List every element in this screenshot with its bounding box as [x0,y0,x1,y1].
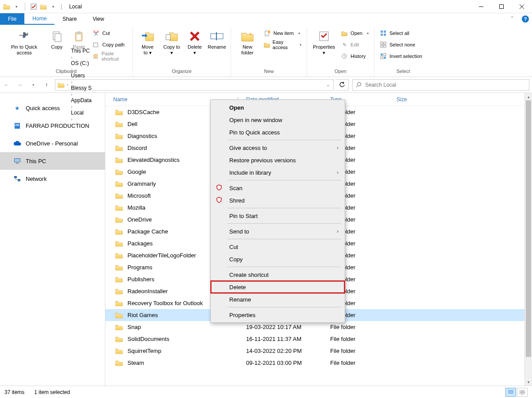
recent-button[interactable]: ▾ [27,78,40,92]
search-icon [355,82,362,88]
sidebar-item-farrad[interactable]: FARRAD PRODUCTION [0,117,105,134]
svg-rect-25 [381,42,383,44]
folder-icon [115,300,123,307]
checkbox-icon[interactable] [30,3,38,11]
context-menu-pin-start[interactable]: Pin to Start [211,210,345,222]
context-menu-give-access[interactable]: Give access to› [211,142,345,154]
properties-button[interactable]: Properties▾ [310,27,338,57]
context-menu-include[interactable]: Include in library› [211,166,345,179]
easy-access-button[interactable]: Easy access ▾ [264,40,301,50]
new-item-button[interactable]: New item ▾ [264,28,301,38]
maximize-button[interactable] [491,0,512,13]
column-header-size[interactable]: Size [393,96,437,103]
search-box[interactable] [352,79,529,91]
context-menu-open[interactable]: Open [211,101,345,114]
context-menu-shred[interactable]: Shred [211,194,345,207]
file-type: File folder [327,348,393,354]
sidebar-item-onedrive[interactable]: OneDrive - Personal [0,134,105,152]
rename-button[interactable]: Rename [206,27,228,52]
search-input[interactable] [365,82,526,88]
file-row[interactable]: SquirrelTemp14-03-2022 02:20 PMFile fold… [105,345,532,357]
copy-to-button[interactable]: Copy to ▾ [160,27,184,57]
status-bar: 37 items 1 item selected [0,386,532,398]
context-menu-create-shortcut[interactable]: Create shortcut [211,268,345,281]
svg-rect-26 [384,42,386,44]
file-name: Steam [127,360,144,366]
context-menu-open-new-window[interactable]: Open in new window [211,114,345,126]
qat-dropdown-2-icon[interactable]: ▾ [49,3,57,11]
close-button[interactable] [512,0,532,13]
svg-rect-21 [381,31,383,33]
select-all-button[interactable]: Select all [380,28,422,38]
history-button[interactable]: History [341,51,369,61]
pin-to-quick-access-button[interactable]: Pin to Quick access [3,27,46,57]
file-row[interactable]: SolidDocuments16-11-2021 11:37 AMFile fo… [105,333,532,345]
paste-button[interactable]: Paste [68,27,90,52]
scroll-up-icon[interactable]: ▴ [525,93,532,100]
new-folder-button[interactable]: New folder [234,27,261,57]
file-name: SolidDocuments [127,336,170,342]
context-menu-send-to[interactable]: Send to› [211,225,345,237]
move-to-button[interactable]: Move to ▾ [135,27,160,57]
cut-button[interactable]: ✂️Cut [93,28,127,38]
invert-selection-button[interactable]: Invert selection [380,51,422,61]
chevron-right-icon[interactable]: › [70,67,73,72]
context-menu-copy[interactable]: Copy [211,253,345,265]
scrollbar-thumb[interactable] [526,100,531,357]
context-menu-restore[interactable]: Restore previous versions [211,154,345,166]
select-none-button[interactable]: Select none [380,40,422,50]
vertical-scrollbar[interactable]: ▴ ▾ [524,93,532,386]
context-menu-pin-quick[interactable]: Pin to Quick access [211,126,345,138]
breadcrumb-item[interactable]: Users [70,73,93,79]
help-button[interactable]: ? [519,13,532,25]
breadcrumb-item[interactable]: Blessy S [70,85,93,91]
context-menu-delete[interactable]: Delete [211,281,345,293]
star-icon: ★ [13,104,21,112]
rename-icon [210,29,224,43]
folder-icon [3,3,11,11]
sidebar-item-this-pc[interactable]: This PC [0,152,105,170]
view-tab[interactable]: View [85,13,112,25]
chevron-right-icon[interactable]: › [66,82,69,87]
paste-shortcut-button[interactable]: Paste shortcut [93,51,127,61]
copy-button[interactable]: Copy [46,27,68,52]
address-bar[interactable]: › This PC›OS (C:)›Users›Blessy S›AppData… [55,79,334,91]
file-name: RadeonInstaller [127,288,168,295]
refresh-button[interactable] [335,79,349,91]
breadcrumb-item[interactable]: OS (C:) [70,60,93,66]
open-button[interactable]: Open ▾ [341,28,369,38]
up-button[interactable]: ↑ [40,78,53,92]
edit-button[interactable]: ✎Edit [341,40,369,50]
collapse-ribbon-icon[interactable]: ˄ [505,13,519,25]
folder-icon [115,348,123,355]
file-date: 16-11-2021 11:37 AM [243,336,327,342]
delete-button[interactable]: Delete▾ [184,27,206,57]
address-dropdown-icon[interactable]: ⌄ [326,82,332,87]
scroll-down-icon[interactable]: ▾ [525,378,532,386]
context-menu: Open Open in new window Pin to Quick acc… [210,100,345,323]
share-tab[interactable]: Share [54,13,85,25]
minimize-button[interactable] [471,0,491,13]
thumbnails-view-button[interactable] [517,388,528,397]
sidebar-item-quick-access[interactable]: ★Quick access [0,99,105,117]
sidebar-item-network[interactable]: Network [0,170,105,188]
qat-dropdown-icon[interactable]: ▾ [12,3,20,11]
file-tab[interactable]: File [0,13,24,25]
details-view-button[interactable] [505,388,516,397]
svg-rect-37 [17,124,18,125]
copy-path-button[interactable]: Copy path [93,40,127,50]
title-bar: ▾ ▾ | Local [0,0,532,13]
context-menu-rename[interactable]: Rename [211,293,345,306]
chevron-right-icon[interactable]: › [70,55,73,60]
home-tab[interactable]: Home [24,13,54,25]
context-menu-properties[interactable]: Properties [211,309,345,321]
chevron-right-icon[interactable]: › [70,80,73,84]
svg-rect-8 [77,31,81,34]
folder-icon-2[interactable] [39,3,47,11]
context-menu-cut[interactable]: Cut [211,241,345,253]
file-row[interactable]: Steam09-12-2021 03:00 PMFile folder [105,357,532,369]
file-row[interactable]: Snap19-03-2022 10:17 AMFile folder [105,321,532,333]
forward-button[interactable]: → [13,78,27,92]
back-button[interactable]: ← [0,78,13,92]
context-menu-scan[interactable]: Scan [211,182,345,194]
